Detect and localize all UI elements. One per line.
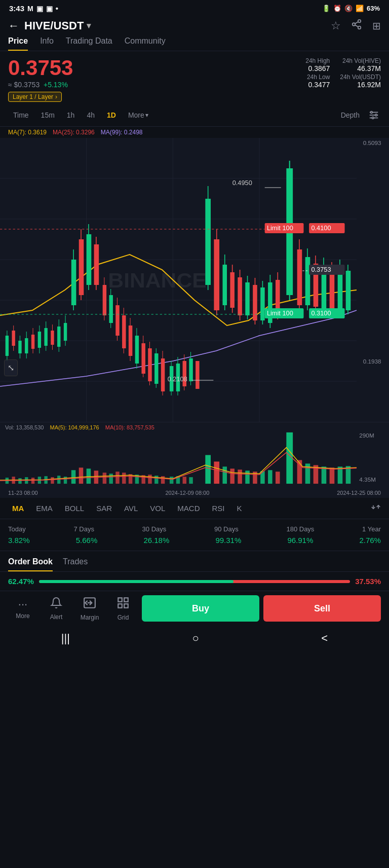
time-btn-1d[interactable]: 1D [102, 109, 121, 121]
perf-header: Today 7 Days 30 Days 90 Days 180 Days 1 … [8, 525, 381, 533]
svg-point-10 [372, 117, 374, 119]
perf-period-30d: 30 Days [142, 525, 167, 533]
svg-text:0.4950: 0.4950 [232, 179, 252, 187]
svg-rect-189 [118, 604, 122, 608]
svg-line-4 [355, 22, 358, 24]
price-change: +5.13% [44, 81, 68, 89]
buy-sell-ratio: 62.47% 37.53% [0, 572, 389, 591]
status-left: 3:43 M ▣ ▣ • [9, 4, 58, 13]
app-icon-1: ▣ [36, 5, 43, 13]
ind-tab-k[interactable]: K [233, 502, 246, 515]
buy-button[interactable]: Buy [142, 595, 259, 622]
time-btn-time[interactable]: Time [8, 109, 34, 121]
ratio-bar-fill [39, 580, 234, 583]
low24h-label: 24h Low 0.3477 [289, 74, 330, 89]
system-nav: ||| ○ < [0, 626, 389, 653]
notification-dot: • [56, 4, 58, 13]
carrier-icon: M [27, 5, 33, 13]
tab-price[interactable]: Price [8, 37, 28, 51]
margin-label: Margin [81, 614, 99, 621]
svg-point-9 [375, 114, 377, 116]
svg-text:0.2108: 0.2108 [168, 376, 187, 383]
nav-more[interactable]: ··· More [8, 598, 37, 620]
time-btn-15m[interactable]: 15m [36, 109, 60, 121]
volume-chart[interactable]: Vol: 13,358,530 MA(5): 104,999,176 MA(10… [0, 422, 389, 488]
ind-tab-ema[interactable]: EMA [32, 502, 57, 515]
favorite-icon[interactable]: ☆ [331, 19, 341, 32]
indicator-expand-icon[interactable] [371, 502, 381, 515]
header: ← HIVE/USDT ▾ ☆ ⊞ [0, 15, 389, 37]
layer-badge[interactable]: Layer 1 / Layer › [8, 92, 62, 102]
tab-info[interactable]: Info [40, 37, 54, 51]
svg-rect-137 [18, 478, 21, 484]
svg-rect-158 [161, 476, 165, 484]
perf-val-180d: 96.91% [287, 536, 313, 545]
price-left: 0.3753 ≈ $0.3753 +5.13% Layer 1 / Layer … [8, 57, 73, 102]
svg-point-8 [371, 112, 373, 114]
tab-trading-data[interactable]: Trading Data [66, 37, 112, 51]
back-button[interactable]: ← [8, 19, 19, 32]
app-icon-2: ▣ [46, 5, 53, 13]
ind-tab-ma[interactable]: MA [8, 502, 28, 515]
depth-btn[interactable]: Depth [336, 109, 365, 121]
ob-tab-orderbook[interactable]: Order Book [8, 557, 53, 571]
chart-settings-button[interactable] [367, 108, 381, 122]
svg-text:0.1938: 0.1938 [363, 358, 381, 365]
orderbook-tabs: Order Book Trades [0, 551, 389, 572]
share-icon[interactable] [351, 19, 362, 32]
svg-text:0.5093: 0.5093 [363, 140, 381, 146]
svg-text:BINANCE: BINANCE [108, 269, 206, 292]
tab-community[interactable]: Community [125, 37, 166, 51]
sys-nav-home[interactable]: ○ [192, 632, 199, 645]
svg-rect-166 [230, 468, 235, 484]
ma99-indicator: MA(99): 0.2498 [101, 129, 143, 136]
performance-section: Today 7 Days 30 Days 90 Days 180 Days 1 … [0, 519, 389, 551]
ma7-indicator: MA(7): 0.3619 [8, 129, 47, 136]
vol-ma10-label: MA(10): 83,757,535 [105, 424, 154, 430]
svg-line-3 [355, 25, 358, 27]
ob-tab-trades[interactable]: Trades [63, 557, 88, 571]
time-btn-1h[interactable]: 1h [62, 109, 80, 121]
indicator-tabs: MA EMA BOLL SAR AVL VOL MACD RSI K [0, 498, 389, 519]
price-stats: 24h High 0.3867 24h Vol(HIVE) 46.37M 24h… [289, 57, 381, 89]
ind-tab-vol[interactable]: VOL [146, 502, 169, 515]
svg-rect-168 [245, 471, 250, 484]
price-usd-row: ≈ $0.3753 +5.13% [8, 81, 73, 89]
svg-rect-145 [71, 470, 76, 484]
price-chart[interactable]: BINANCE [0, 138, 389, 422]
margin-icon [83, 596, 96, 612]
nav-grid[interactable]: Grid [108, 596, 138, 621]
svg-rect-152 [122, 473, 126, 484]
nav-margin[interactable]: Margin [75, 596, 104, 621]
svg-text:Limit  100: Limit 100 [267, 225, 293, 232]
perf-period-180d: 180 Days [286, 525, 314, 533]
time-btn-4h[interactable]: 4h [82, 109, 100, 121]
alert-icon [50, 597, 62, 612]
vol-label: Vol: 13,358,530 [5, 424, 44, 430]
ind-tab-sar[interactable]: SAR [92, 502, 116, 515]
current-price: 0.3753 [8, 57, 73, 79]
svg-rect-149 [103, 473, 106, 484]
price-usd-value: ≈ $0.3753 [8, 81, 40, 89]
nav-alert[interactable]: Alert [42, 597, 71, 621]
ind-tab-avl[interactable]: AVL [120, 502, 142, 515]
mute-icon: 🔇 [344, 5, 353, 12]
dropdown-icon[interactable]: ▾ [87, 21, 91, 30]
grid-icon[interactable]: ⊞ [372, 20, 381, 32]
svg-rect-171 [268, 470, 273, 484]
sys-nav-back[interactable]: < [321, 632, 328, 645]
sell-ratio: 37.53% [355, 577, 381, 586]
ind-tab-macd[interactable]: MACD [173, 502, 204, 515]
wifi-icon: 📶 [356, 5, 364, 12]
ind-tab-boll[interactable]: BOLL [61, 502, 88, 515]
ind-tab-rsi[interactable]: RSI [208, 502, 228, 515]
sys-nav-menu[interactable]: ||| [61, 632, 70, 645]
perf-period-90d: 90 Days [214, 525, 239, 533]
price-section: 0.3753 ≈ $0.3753 +5.13% Layer 1 / Layer … [0, 51, 389, 104]
trading-pair-title[interactable]: HIVE/USDT ▾ [24, 19, 91, 32]
sell-button[interactable]: Sell [263, 595, 381, 622]
time-btn-more[interactable]: More ▾ [123, 109, 153, 121]
chart-expand-button[interactable]: ⤡ [4, 359, 18, 376]
time-display: 3:43 [9, 4, 24, 13]
svg-rect-164 [214, 461, 219, 484]
